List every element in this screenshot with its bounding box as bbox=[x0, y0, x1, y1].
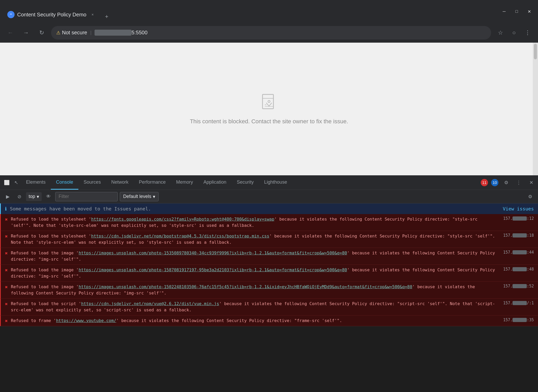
console-error-1: ✖ Refused to load the stylesheet 'https:… bbox=[0, 214, 538, 231]
console-error-5: ✖ Refused to load the image 'https://ima… bbox=[0, 282, 538, 299]
tab-favicon bbox=[7, 11, 15, 18]
devtools-tab-end: 11 10 ⚙ ⋮ ✕ bbox=[481, 178, 536, 187]
console-levels-dropdown[interactable]: Default levels ▾ bbox=[120, 192, 159, 201]
error-link-6[interactable]: https://cdn.jsdelivr.net/npm/vue@2.6.12/… bbox=[81, 301, 219, 306]
url-host-blurred: ██████████ bbox=[95, 30, 132, 36]
address-bar: ← → ↻ ⚠ Not secure | ██████████5:5500 ☆ … bbox=[0, 23, 538, 43]
devtools-close-button[interactable]: ✕ bbox=[527, 178, 536, 187]
error-text-6: Refused to load the script 'https://cdn.… bbox=[11, 301, 500, 313]
tab-lighthouse[interactable]: Lighthouse bbox=[259, 175, 292, 190]
console-error-2: ✖ Refused to load the stylesheet 'https:… bbox=[0, 231, 538, 248]
error-link-5[interactable]: https://images.unsplash.com/photo-150224… bbox=[79, 284, 412, 289]
devtools-inspect-button[interactable]: ↖ bbox=[11, 178, 21, 187]
page-scrollbar[interactable] bbox=[533, 43, 538, 175]
console-settings-button[interactable]: ⚙ bbox=[526, 192, 535, 201]
error-text-2: Refused to load the stylesheet 'https://… bbox=[11, 233, 500, 246]
error-link-7[interactable]: https://www.youtube.com/ bbox=[56, 318, 116, 323]
url-bar[interactable]: ⚠ Not secure | ██████████5:5500 bbox=[51, 26, 491, 40]
error-location-5: 157.██████:52 bbox=[503, 284, 534, 288]
error-icon-7: ✖ bbox=[5, 318, 8, 324]
active-tab[interactable]: Content Security Policy Demo × bbox=[3, 6, 101, 23]
forward-button[interactable]: → bbox=[20, 27, 32, 39]
console-eye-button[interactable]: 👁 bbox=[44, 192, 53, 201]
tab-close-button[interactable]: × bbox=[89, 11, 96, 18]
console-block-button[interactable]: ⊘ bbox=[15, 192, 24, 201]
scroll-thumb bbox=[534, 44, 537, 59]
info-icon: ℹ bbox=[5, 206, 7, 211]
error-icon-6: ✖ bbox=[5, 301, 8, 307]
console-messages: ℹ Some messages have been moved to the I… bbox=[0, 203, 538, 392]
maximize-button[interactable]: □ bbox=[513, 8, 520, 15]
refresh-button[interactable]: ↻ bbox=[35, 27, 48, 39]
new-tab-button[interactable]: + bbox=[101, 10, 113, 23]
tab-console[interactable]: Console bbox=[51, 175, 78, 190]
context-selector[interactable]: top ▾ bbox=[26, 192, 42, 201]
tab-bar: Content Security Policy Demo × + bbox=[3, 0, 498, 23]
devtools-dock-button[interactable]: ⬜ bbox=[2, 178, 11, 187]
tab-application[interactable]: Application bbox=[198, 175, 232, 190]
error-link-1[interactable]: https://fonts.googleapis.com/css2?family… bbox=[91, 217, 274, 222]
devtools-panel: ⬜ ↖ Elements Console Sources Network Per… bbox=[0, 175, 538, 392]
console-error-6: ✖ Refused to load the script 'https://cd… bbox=[0, 299, 538, 316]
error-text-5: Refused to load the image 'https://image… bbox=[11, 284, 500, 296]
devtools-tabs: ⬜ ↖ Elements Console Sources Network Per… bbox=[0, 175, 538, 190]
view-issues-link[interactable]: View issues bbox=[503, 206, 534, 211]
console-filter-input[interactable] bbox=[55, 192, 118, 201]
error-link-3[interactable]: https://images.unsplash.com/photo-153508… bbox=[79, 250, 347, 255]
error-text-1: Refused to load the stylesheet 'https://… bbox=[11, 216, 500, 229]
address-actions: ☆ ○ ⋮ bbox=[494, 27, 534, 39]
console-run-button[interactable]: ▶ bbox=[3, 192, 12, 201]
warning-badge: 10 bbox=[491, 179, 498, 186]
profile-button[interactable]: ○ bbox=[508, 27, 520, 39]
page-content-area: This content is blocked. Contact the sit… bbox=[0, 43, 538, 175]
error-icon-4: ✖ bbox=[5, 267, 8, 273]
error-icon-2: ✖ bbox=[5, 234, 8, 239]
title-bar: Content Security Policy Demo × + ─ □ ✕ bbox=[0, 0, 538, 23]
url-text: ██████████5:5500 bbox=[95, 30, 147, 36]
warning-count: 10 bbox=[491, 179, 498, 186]
error-text-4: Refused to load the image 'https://image… bbox=[11, 267, 500, 279]
error-link-2[interactable]: https://cdn.jsdelivr.net/npm/bootstrap@4… bbox=[91, 234, 269, 239]
error-badge: 11 bbox=[481, 179, 488, 186]
back-button[interactable]: ← bbox=[4, 27, 17, 39]
tab-performance[interactable]: Performance bbox=[134, 175, 171, 190]
error-link-4[interactable]: https://images.unsplash.com/photo-158708… bbox=[79, 267, 347, 272]
devtools-more-button[interactable]: ⋮ bbox=[514, 178, 523, 187]
error-location-6: 157.██████/:1 bbox=[503, 301, 534, 305]
console-error-7: ✖ Refused to frame 'https://www.youtube.… bbox=[0, 316, 538, 326]
error-icon-1: ✖ bbox=[5, 217, 8, 222]
window-controls: ─ □ ✕ bbox=[501, 8, 533, 15]
error-text-3: Refused to load the image 'https://image… bbox=[11, 250, 500, 262]
minimize-button[interactable]: ─ bbox=[501, 8, 508, 15]
error-icon-5: ✖ bbox=[5, 284, 8, 290]
menu-button[interactable]: ⋮ bbox=[521, 27, 534, 39]
error-location-4: 157.██████:48 bbox=[503, 267, 534, 272]
error-location-2: 157.██████:18 bbox=[503, 233, 534, 238]
blocked-text: This content is blocked. Contact the sit… bbox=[190, 118, 348, 125]
tab-elements[interactable]: Elements bbox=[21, 175, 51, 190]
url-separator: | bbox=[90, 30, 92, 35]
tab-security[interactable]: Security bbox=[232, 175, 259, 190]
console-error-4: ✖ Refused to load the image 'https://ima… bbox=[0, 265, 538, 282]
error-location-3: 157.██████:44 bbox=[503, 250, 534, 255]
security-text: Not secure bbox=[62, 30, 87, 36]
error-location-1: 157.██████:12 bbox=[503, 216, 534, 221]
blocked-content-icon bbox=[259, 93, 279, 114]
error-text-7: Refused to frame 'https://www.youtube.co… bbox=[11, 318, 500, 324]
console-toolbar: ▶ ⊘ top ▾ 👁 Default levels ▾ ⚙ bbox=[0, 190, 538, 203]
bookmark-button[interactable]: ☆ bbox=[494, 27, 507, 39]
warning-icon: ⚠ bbox=[56, 30, 60, 36]
security-warning: ⚠ Not secure bbox=[56, 30, 87, 36]
tab-title: Content Security Policy Demo bbox=[17, 12, 86, 18]
tab-memory[interactable]: Memory bbox=[171, 175, 198, 190]
console-info-message: ℹ Some messages have been moved to the I… bbox=[0, 203, 538, 214]
devtools-settings-button[interactable]: ⚙ bbox=[502, 178, 511, 187]
error-location-7: 157.██████:35 bbox=[503, 318, 534, 322]
tab-sources[interactable]: Sources bbox=[78, 175, 106, 190]
tab-network[interactable]: Network bbox=[106, 175, 134, 190]
close-button[interactable]: ✕ bbox=[526, 8, 533, 15]
error-icon-3: ✖ bbox=[5, 250, 8, 256]
info-message-text: Some messages have been moved to the Iss… bbox=[10, 206, 151, 211]
console-error-3: ✖ Refused to load the image 'https://ima… bbox=[0, 248, 538, 265]
svg-point-3 bbox=[268, 100, 270, 102]
